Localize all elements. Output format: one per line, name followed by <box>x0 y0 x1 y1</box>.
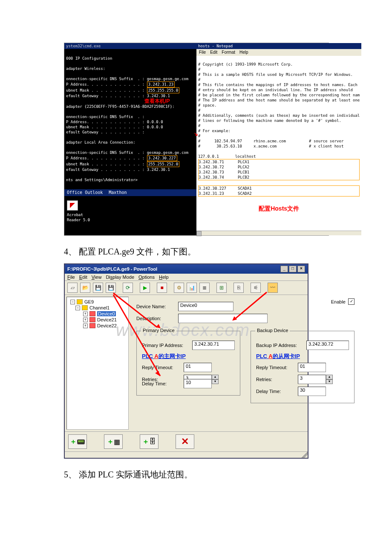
minimize-button[interactable]: _ <box>280 266 288 272</box>
spin-down-icon[interactable]: ▼ <box>212 379 219 384</box>
add-channel-button[interactable]: ＋📟 <box>68 434 87 449</box>
spin-up-icon[interactable]: ▲ <box>212 375 219 379</box>
expand-icon[interactable]: + <box>83 324 88 328</box>
hosts-line: # <box>198 124 200 128</box>
reply-timeout-label: Reply Timeout: <box>256 365 294 370</box>
save-as-button[interactable]: 💾 <box>106 283 116 293</box>
backup-delay-field[interactable]: 30 <box>298 387 326 396</box>
expand-icon[interactable]: + <box>83 312 88 316</box>
add-grid-button[interactable]: ＋▦ <box>104 434 123 449</box>
menu-file[interactable]: File <box>67 275 75 280</box>
hosts-line: # The IP address and the host name shoul… <box>198 98 360 102</box>
taskbar: Office Outlook Maxthon <box>64 189 196 196</box>
stop-button[interactable]: ■ <box>157 283 167 293</box>
desktop-icon-acrobat[interactable]: Acrobat Reader 5.0 <box>64 196 196 224</box>
open-button[interactable]: 📂 <box>80 283 90 293</box>
menu-edit[interactable]: Edit <box>210 50 217 55</box>
cmd-line: adapter Wireless: <box>66 66 105 71</box>
description-field[interactable] <box>178 314 268 323</box>
cmd-title-text: ystem32\cmd.exe <box>66 44 101 48</box>
expand-icon[interactable]: − <box>75 306 80 310</box>
wave-button[interactable]: 〰 <box>268 283 278 293</box>
backup-reply-field[interactable]: 01 <box>298 363 326 372</box>
spin-down-icon[interactable]: ▼ <box>326 379 333 384</box>
tree-device22[interactable]: + Device22 <box>68 323 127 329</box>
save-button[interactable]: 💾 <box>93 283 103 293</box>
cmd-line: 000 IP Configuration <box>66 56 112 61</box>
menu-options[interactable]: Options <box>138 275 155 280</box>
delete-button[interactable]: ✕ <box>176 434 194 449</box>
powertool-toolbar: ▱ 📂 💾 💾 ⟳ ▶ ■ ⚙ 📊 ≣ ⊞ ⎘ ⚟ 〰 <box>65 281 308 295</box>
device-name-field[interactable]: Device0 <box>178 302 233 311</box>
device-tree[interactable]: − GE9 − Channel1 + Device0 + Dev <box>66 297 129 430</box>
cmd-line: efault Gateway . . . . . . . . . : <box>66 168 144 172</box>
scrollbar-thumb[interactable] <box>196 231 202 236</box>
hosts-entry: 3.242.30.72 PLCA2 <box>199 165 249 169</box>
hosts-line: # entry should be kept on an individual … <box>198 88 353 92</box>
backup-legend: Backup Device <box>255 328 290 333</box>
spin-up-icon[interactable]: ▲ <box>326 375 333 379</box>
grid-button[interactable]: ⊞ <box>216 283 227 293</box>
subnet-mask-highlight: 255.255.252.0 <box>147 161 179 167</box>
cmd-line: P Address. . . . . . . . . . . . : <box>66 82 144 87</box>
hosts-line: # <box>198 67 200 72</box>
tree-device0[interactable]: + Device0 <box>68 311 127 317</box>
powertool-menubar: File Edit View Display Mode Options Help <box>65 274 308 281</box>
new-button[interactable]: ▱ <box>67 283 78 293</box>
menu-help[interactable]: Help <box>159 275 169 280</box>
enable-checkbox[interactable]: ✓ <box>348 298 355 305</box>
config-button[interactable]: ⚙ <box>174 283 184 293</box>
primary-reply-field[interactable]: 01 <box>184 363 212 372</box>
maximize-button[interactable]: □ <box>289 266 297 272</box>
hosts-line: # 38.25.63.10 x.acme.com # x client host <box>198 144 343 148</box>
backup-retries-spin[interactable]: 3 ▲▼ <box>298 375 333 384</box>
tree-device21[interactable]: + Device21 <box>68 317 127 323</box>
backup-ip-field[interactable]: 3.242.30.72 <box>306 341 349 350</box>
tree-label: GE9 <box>84 299 94 304</box>
start-button[interactable]: ▶ <box>140 283 150 293</box>
export-button[interactable]: ⎘ <box>233 283 244 293</box>
stats-button[interactable]: 📊 <box>187 283 197 293</box>
expand-icon[interactable]: + <box>83 318 88 322</box>
resize-grip-icon[interactable] <box>302 452 308 458</box>
refresh-button[interactable]: ⟳ <box>123 283 133 293</box>
icon-label: Reader 5.0 <box>67 217 194 223</box>
notepad-body[interactable]: # Copyright (c) 1993-1999 Microsoft Corp… <box>196 56 361 231</box>
menu-file[interactable]: File <box>199 50 206 55</box>
subnet-mask-highlight: 255.255.255.0 <box>147 87 179 93</box>
cmd-line: adapter Local Area Connection: <box>66 140 135 145</box>
backup-ip-label: Backup IP Address: <box>256 343 303 348</box>
filter-button[interactable]: ⚟ <box>251 283 261 293</box>
cmd-line: onnection-specific DNS Suffix . : <box>66 115 144 119</box>
powertool-window: F:\PROFIC~3\pdb\PLCA.ge9 - PowerTool _ □… <box>64 263 308 459</box>
taskbar-item[interactable]: Maxthon <box>109 190 127 195</box>
hosts-line: # Copyright (c) 1993-1999 Microsoft Corp… <box>198 62 293 66</box>
expand-icon[interactable]: − <box>70 300 75 304</box>
tree-channel[interactable]: − Channel1 <box>68 305 127 311</box>
add-device-button[interactable]: ＋🗄 <box>140 434 159 449</box>
cmd-line: onnection-specific DNS Suffix . : gesmap… <box>66 77 188 81</box>
primary-ip-field[interactable]: 3.242.30.71 <box>192 341 235 350</box>
menu-edit[interactable]: Edit <box>79 275 87 280</box>
hosts-entry: 3.242.31.23 SCADA2 <box>199 191 252 196</box>
cmd-line: adapter {225C0EFF-7F95-4457-91A6-8DA2F25… <box>66 104 175 109</box>
screenshot-cmd-and-notepad: ystem32\cmd.exe 000 IP Configuration ada… <box>64 43 329 236</box>
notepad-scrollbar[interactable] <box>196 231 361 235</box>
spin-value[interactable]: 3 <box>298 375 326 384</box>
device-icon <box>89 311 95 316</box>
menu-view[interactable]: View <box>92 275 102 280</box>
close-button[interactable]: × <box>297 266 305 272</box>
menu-display-mode[interactable]: Display Mode <box>106 275 134 280</box>
menu-help[interactable]: Help <box>239 50 248 55</box>
statusbar <box>65 451 308 458</box>
menu-format[interactable]: Format <box>222 50 235 55</box>
list-button[interactable]: ≣ <box>199 283 210 293</box>
acrobat-icon <box>67 200 78 211</box>
hosts-entry: 3.242.30.227 SCADA1 <box>199 186 252 191</box>
powertool-title-text: F:\PROFIC~3\pdb\PLCA.ge9 - PowerTool <box>67 266 157 272</box>
primary-delay-field[interactable]: 10 <box>184 379 212 388</box>
ip-address-highlight: 3.242.31.23 <box>147 81 175 87</box>
cmd-line: P Address. . . . . . . . . . . . : <box>66 156 144 160</box>
taskbar-item[interactable]: Office Outlook <box>67 190 103 195</box>
cmd-line: efault Gateway . . . . . . . . . : <box>66 94 144 98</box>
